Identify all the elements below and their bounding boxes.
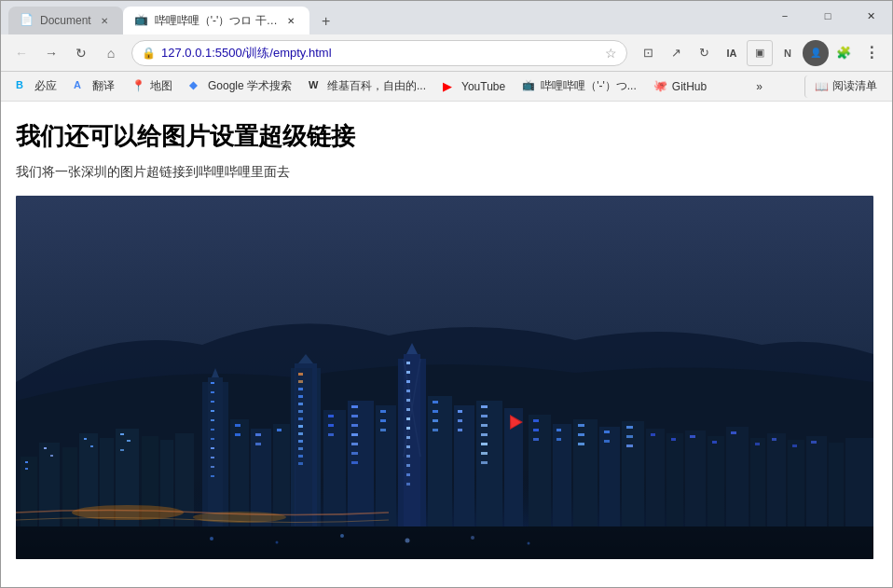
svg-rect-71 xyxy=(351,452,358,455)
svg-rect-142 xyxy=(651,433,655,436)
svg-rect-24 xyxy=(211,382,214,384)
svg-rect-87 xyxy=(406,417,410,420)
cast-button[interactable]: ⊡ xyxy=(635,40,661,66)
svg-rect-32 xyxy=(211,457,214,458)
svg-point-156 xyxy=(276,541,279,544)
svg-rect-130 xyxy=(626,444,633,447)
bookmark-translate[interactable]: A 翻译 xyxy=(66,75,122,98)
svg-rect-134 xyxy=(708,436,724,531)
svg-rect-86 xyxy=(406,408,410,411)
page-title: 我们还可以给图片设置超级链接 xyxy=(16,120,877,153)
address-input[interactable] xyxy=(161,46,599,60)
svg-rect-38 xyxy=(235,424,240,427)
svg-rect-72 xyxy=(351,461,358,464)
bookmark-github[interactable]: 🐙 GitHub xyxy=(646,75,714,98)
city-image-link[interactable] xyxy=(16,196,877,559)
svg-rect-131 xyxy=(646,429,665,531)
svg-rect-88 xyxy=(406,427,410,430)
forward-button[interactable]: → xyxy=(38,40,64,66)
chrome-window: 📄 Document ✕ 📺 哔哩哔哩（'-'）つロ 干杯~-bili... ✕… xyxy=(0,0,893,588)
refresh-button[interactable]: ↻ xyxy=(691,40,717,66)
svg-rect-104 xyxy=(458,419,462,422)
bookmark-wikipedia[interactable]: W 维基百科，自由的... xyxy=(301,75,433,98)
svg-rect-12 xyxy=(25,461,28,463)
bookmark-bilibili-label: 哔哩哔哩（'-'）つ... xyxy=(541,78,637,94)
bookmark-star-icon[interactable]: ☆ xyxy=(605,46,617,61)
svg-rect-145 xyxy=(712,441,717,444)
svg-rect-120 xyxy=(533,438,539,441)
tab-document[interactable]: 📄 Document ✕ xyxy=(8,7,123,34)
bookmark-bing[interactable]: B 必应 xyxy=(8,75,64,98)
svg-rect-108 xyxy=(481,424,488,427)
menu-button[interactable]: ⋮ xyxy=(859,40,885,66)
bookmark-bing-icon: B xyxy=(16,79,31,94)
toolbar: ← → ↻ ⌂ 🔒 ☆ ⊡ ↗ ↻ IA ▣ N 👤 🧩 ⋮ xyxy=(1,34,892,72)
svg-rect-133 xyxy=(685,431,706,531)
svg-rect-124 xyxy=(578,433,584,436)
bookmark-more[interactable]: » xyxy=(750,75,768,98)
svg-rect-73 xyxy=(380,410,386,413)
bookmark-youtube[interactable]: ▶ YouTube xyxy=(435,75,513,98)
bookmark-maps-icon: 📍 xyxy=(131,79,146,94)
bookmark-wikipedia-icon: W xyxy=(309,79,323,94)
svg-rect-99 xyxy=(433,401,438,403)
extensions-puzzle[interactable]: 🧩 xyxy=(831,40,857,66)
maximize-button[interactable]: □ xyxy=(806,1,849,31)
svg-rect-139 xyxy=(806,436,827,531)
svg-rect-55 xyxy=(298,432,303,435)
svg-rect-14 xyxy=(44,447,47,449)
svg-rect-48 xyxy=(298,380,303,383)
share-button[interactable]: ↗ xyxy=(663,40,689,66)
svg-rect-128 xyxy=(626,426,633,429)
svg-rect-126 xyxy=(604,431,610,433)
lock-icon: 🔒 xyxy=(142,47,156,60)
profile-button[interactable]: 👤 xyxy=(803,40,829,66)
back-button[interactable]: ← xyxy=(8,40,34,66)
tab-bilibili-close[interactable]: ✕ xyxy=(283,13,298,28)
reload-button[interactable]: ↻ xyxy=(68,40,94,66)
window-controls: − □ ✕ xyxy=(763,1,892,31)
svg-rect-106 xyxy=(481,405,488,408)
toolbar-icons: ⊡ ↗ ↻ IA ▣ N 👤 🧩 ⋮ xyxy=(635,40,885,66)
home-button[interactable]: ⌂ xyxy=(98,40,124,66)
svg-rect-89 xyxy=(406,436,410,439)
svg-rect-56 xyxy=(298,440,303,443)
extensions-button2[interactable]: ▣ xyxy=(747,40,773,66)
tab-document-favicon: 📄 xyxy=(20,13,34,28)
svg-rect-135 xyxy=(726,427,749,531)
title-bar: 📄 Document ✕ 📺 哔哩哔哩（'-'）つロ 干杯~-bili... ✕… xyxy=(1,1,892,34)
svg-rect-19 xyxy=(127,440,131,442)
svg-rect-31 xyxy=(211,447,214,449)
svg-rect-39 xyxy=(235,433,240,436)
bookmark-maps[interactable]: 📍 地图 xyxy=(124,75,180,98)
svg-point-158 xyxy=(405,539,410,543)
extensions-button3[interactable]: N xyxy=(775,40,801,66)
bookmarks-bar: B 必应 A 翻译 📍 地图 ◆ Google 学术搜索 W 维基百科，自由的.… xyxy=(1,72,892,102)
bookmark-reading-list[interactable]: 📖 阅读清单 xyxy=(804,75,885,98)
svg-rect-129 xyxy=(626,435,633,438)
svg-rect-148 xyxy=(772,438,776,441)
svg-rect-132 xyxy=(666,433,683,531)
svg-rect-94 xyxy=(406,483,410,485)
svg-rect-47 xyxy=(298,373,303,376)
tab-bilibili[interactable]: 📺 哔哩哔哩（'-'）つロ 干杯~-bili... ✕ xyxy=(123,7,309,34)
extensions-button1[interactable]: IA xyxy=(719,40,745,66)
bookmark-scholar[interactable]: ◆ Google 学术搜索 xyxy=(182,75,299,98)
bookmark-youtube-icon: ▶ xyxy=(443,79,458,94)
bookmark-wikipedia-label: 维基百科，自由的... xyxy=(327,78,426,94)
svg-point-159 xyxy=(471,536,474,540)
close-button[interactable]: ✕ xyxy=(849,1,892,31)
svg-rect-141 xyxy=(845,438,873,531)
bookmark-more-label: » xyxy=(756,80,762,93)
new-tab-button[interactable]: + xyxy=(313,8,339,34)
svg-rect-114 xyxy=(553,424,571,531)
address-bar[interactable]: 🔒 ☆ xyxy=(131,40,627,66)
svg-rect-136 xyxy=(750,438,765,531)
bookmark-bilibili[interactable]: 📺 哔哩哔哩（'-'）つ... xyxy=(515,75,644,98)
svg-rect-123 xyxy=(578,424,584,427)
tab-document-close[interactable]: ✕ xyxy=(97,13,112,28)
svg-rect-50 xyxy=(298,395,303,398)
minimize-button[interactable]: − xyxy=(763,1,806,31)
svg-rect-81 xyxy=(406,362,410,364)
svg-rect-112 xyxy=(481,461,488,464)
